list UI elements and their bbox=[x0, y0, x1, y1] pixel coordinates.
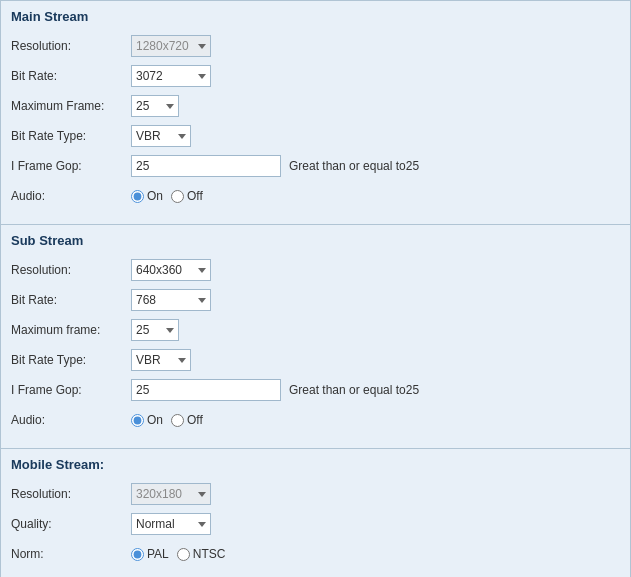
main-audio-on-radio[interactable] bbox=[131, 190, 144, 203]
mobile-norm-pal-item[interactable]: PAL bbox=[131, 547, 169, 561]
main-bitratetype-label: Bit Rate Type: bbox=[11, 129, 131, 143]
main-resolution-select[interactable]: 1280x720 bbox=[131, 35, 211, 57]
mobile-norm-ntsc-item[interactable]: NTSC bbox=[177, 547, 226, 561]
sub-resolution-row: Resolution: 640x360 320x180 bbox=[11, 258, 620, 282]
main-stream-section: Main Stream Resolution: 1280x720 Bit Rat… bbox=[1, 1, 630, 225]
main-resolution-label: Resolution: bbox=[11, 39, 131, 53]
main-stream-title: Main Stream bbox=[11, 9, 620, 26]
mobile-stream-title: Mobile Stream: bbox=[11, 457, 620, 474]
main-maxframe-row: Maximum Frame: 25 20 15 bbox=[11, 94, 620, 118]
mobile-norm-ntsc-radio[interactable] bbox=[177, 548, 190, 561]
sub-iframegop-row: I Frame Gop: Great than or equal to25 bbox=[11, 378, 620, 402]
main-audio-group: On Off bbox=[131, 189, 203, 203]
main-iframegop-row: I Frame Gop: Great than or equal to25 bbox=[11, 154, 620, 178]
mobile-norm-row: Norm: PAL NTSC bbox=[11, 542, 620, 566]
sub-bitrate-row: Bit Rate: 768 512 256 bbox=[11, 288, 620, 312]
mobile-quality-label: Quality: bbox=[11, 517, 131, 531]
mobile-stream-section: Mobile Stream: Resolution: 320x180 160x9… bbox=[1, 449, 630, 577]
main-maxframe-label: Maximum Frame: bbox=[11, 99, 131, 113]
main-audio-off-item[interactable]: Off bbox=[171, 189, 203, 203]
mobile-norm-ntsc-label: NTSC bbox=[193, 547, 226, 561]
sub-audio-off-label: Off bbox=[187, 413, 203, 427]
main-audio-row: Audio: On Off bbox=[11, 184, 620, 208]
sub-audio-on-radio[interactable] bbox=[131, 414, 144, 427]
main-bitratetype-select[interactable]: VBR CBR bbox=[131, 125, 191, 147]
sub-stream-title: Sub Stream bbox=[11, 233, 620, 250]
sub-audio-on-item[interactable]: On bbox=[131, 413, 163, 427]
mobile-quality-row: Quality: Normal High Low bbox=[11, 512, 620, 536]
sub-audio-on-label: On bbox=[147, 413, 163, 427]
mobile-norm-pal-label: PAL bbox=[147, 547, 169, 561]
main-audio-on-item[interactable]: On bbox=[131, 189, 163, 203]
sub-iframegop-hint: Great than or equal to25 bbox=[289, 383, 419, 397]
sub-resolution-label: Resolution: bbox=[11, 263, 131, 277]
sub-resolution-select[interactable]: 640x360 320x180 bbox=[131, 259, 211, 281]
main-bitrate-label: Bit Rate: bbox=[11, 69, 131, 83]
main-iframegop-input[interactable] bbox=[131, 155, 281, 177]
main-bitratedtype-row: Bit Rate Type: VBR CBR bbox=[11, 124, 620, 148]
main-container: Main Stream Resolution: 1280x720 Bit Rat… bbox=[0, 0, 631, 577]
sub-maxframe-select[interactable]: 25 20 15 bbox=[131, 319, 179, 341]
sub-audio-off-item[interactable]: Off bbox=[171, 413, 203, 427]
main-audio-label: Audio: bbox=[11, 189, 131, 203]
sub-maxframe-row: Maximum frame: 25 20 15 bbox=[11, 318, 620, 342]
mobile-resolution-label: Resolution: bbox=[11, 487, 131, 501]
mobile-norm-group: PAL NTSC bbox=[131, 547, 225, 561]
sub-iframegop-label: I Frame Gop: bbox=[11, 383, 131, 397]
mobile-quality-select[interactable]: Normal High Low bbox=[131, 513, 211, 535]
sub-audio-label: Audio: bbox=[11, 413, 131, 427]
main-audio-off-label: Off bbox=[187, 189, 203, 203]
sub-bitratetype-row: Bit Rate Type: VBR CBR bbox=[11, 348, 620, 372]
mobile-norm-label: Norm: bbox=[11, 547, 131, 561]
main-bitrate-row: Bit Rate: 3072 2048 1024 512 bbox=[11, 64, 620, 88]
sub-audio-off-radio[interactable] bbox=[171, 414, 184, 427]
sub-audio-group: On Off bbox=[131, 413, 203, 427]
sub-maxframe-label: Maximum frame: bbox=[11, 323, 131, 337]
main-audio-on-label: On bbox=[147, 189, 163, 203]
mobile-resolution-row: Resolution: 320x180 160x90 bbox=[11, 482, 620, 506]
sub-bitrate-label: Bit Rate: bbox=[11, 293, 131, 307]
main-iframegop-label: I Frame Gop: bbox=[11, 159, 131, 173]
mobile-resolution-select[interactable]: 320x180 160x90 bbox=[131, 483, 211, 505]
sub-audio-row: Audio: On Off bbox=[11, 408, 620, 432]
main-audio-off-radio[interactable] bbox=[171, 190, 184, 203]
main-bitrate-select[interactable]: 3072 2048 1024 512 bbox=[131, 65, 211, 87]
sub-bitratetype-label: Bit Rate Type: bbox=[11, 353, 131, 367]
mobile-norm-pal-radio[interactable] bbox=[131, 548, 144, 561]
sub-iframegop-input[interactable] bbox=[131, 379, 281, 401]
sub-stream-section: Sub Stream Resolution: 640x360 320x180 B… bbox=[1, 225, 630, 449]
sub-bitratetype-select[interactable]: VBR CBR bbox=[131, 349, 191, 371]
main-maxframe-select[interactable]: 25 20 15 bbox=[131, 95, 179, 117]
sub-bitrate-select[interactable]: 768 512 256 bbox=[131, 289, 211, 311]
main-iframegop-hint: Great than or equal to25 bbox=[289, 159, 419, 173]
main-resolution-row: Resolution: 1280x720 bbox=[11, 34, 620, 58]
